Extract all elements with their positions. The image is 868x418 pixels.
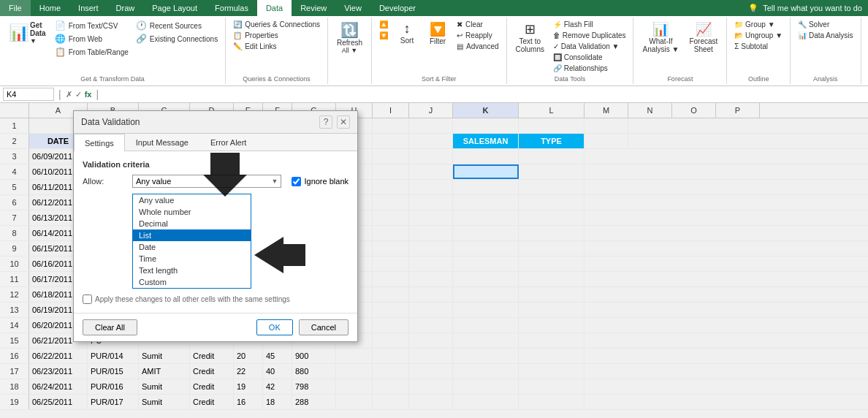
formula-input[interactable] <box>103 89 865 99</box>
cell-k1[interactable] <box>453 118 519 133</box>
col-header-k[interactable]: K <box>453 103 519 118</box>
tab-developer[interactable]: Developer <box>370 0 425 16</box>
cell-j2[interactable] <box>409 134 453 148</box>
from-text-csv-button[interactable]: 📄 From Text/CSV <box>52 19 132 32</box>
tab-data[interactable]: Data <box>257 0 292 16</box>
data-analysis-btn[interactable]: 📊 Data Analysis <box>795 30 856 41</box>
formula-bar-separator: | <box>58 88 61 100</box>
cell-j1[interactable] <box>409 118 453 133</box>
dialog-tab-error-alert[interactable]: Error Alert <box>199 134 258 151</box>
dropdown-item-text-length[interactable]: Text length <box>133 265 251 276</box>
relationships-button[interactable]: 🔗 Relationships <box>550 63 628 74</box>
queries-connections-button[interactable]: 🔄 Queries & Connections <box>230 19 323 30</box>
advanced-button[interactable]: ▤ Advanced <box>454 41 501 52</box>
clear-all-button[interactable]: Clear All <box>83 319 137 335</box>
allow-dropdown[interactable]: Any value ▼ <box>132 175 281 188</box>
ok-button[interactable]: OK <box>256 319 293 335</box>
dialog-help-button[interactable]: ? <box>319 115 332 129</box>
cell-k2[interactable]: SALESMAN <box>453 134 519 148</box>
cancel-button[interactable]: Cancel <box>299 319 349 335</box>
existing-connections-button[interactable]: 🔗 Existing Connections <box>133 32 221 45</box>
data-validation-button[interactable]: ✓ Data Validation ▼ <box>550 41 628 52</box>
cell-reference-box[interactable]: K4 <box>3 88 54 101</box>
confirm-icon[interactable]: ✓ <box>75 90 82 99</box>
sort-button[interactable]: ↕️ Sort <box>392 19 422 47</box>
dropdown-item-list[interactable]: List <box>133 229 251 241</box>
get-data-col: 📊 Get Data ▼ <box>4 19 50 47</box>
ignore-blank-checkbox[interactable] <box>292 177 301 186</box>
cell-i1[interactable] <box>373 118 409 133</box>
dialog-tab-settings[interactable]: Settings <box>74 134 125 151</box>
from-table-button[interactable]: 📋 From Table/Range <box>52 45 132 58</box>
dropdown-item-any-value[interactable]: Any value <box>133 194 251 206</box>
cell-l4[interactable] <box>519 164 585 179</box>
dropdown-item-date[interactable]: Date <box>133 241 251 253</box>
ungroup-button[interactable]: 📂 Ungroup ▼ <box>731 30 785 41</box>
cell-i2[interactable] <box>373 134 409 148</box>
refresh-all-button[interactable]: 🔃 Refresh All ▼ <box>332 19 367 56</box>
sort-az-icon: 🔼 <box>379 20 388 28</box>
subtotal-button[interactable]: Σ Subtotal <box>731 41 785 52</box>
data-validation-dialog: Data Validation ? ✕ Settings Input Messa… <box>73 110 358 342</box>
col-header-m[interactable]: M <box>585 103 628 118</box>
cancel-icon[interactable]: ✗ <box>66 90 72 99</box>
forecast-sheet-button[interactable]: 📈 Forecast Sheet <box>685 19 722 56</box>
outline-col: 📁 Group ▼ 📂 Ungroup ▼ Σ Subtotal <box>731 19 785 52</box>
edit-links-button[interactable]: ✏️ Edit Links <box>230 41 323 52</box>
dropdown-item-whole-number[interactable]: Whole number <box>133 206 251 218</box>
tab-formulas[interactable]: Formulas <box>206 0 257 16</box>
col-header-l[interactable]: L <box>519 103 585 118</box>
cell-m2[interactable] <box>585 134 628 148</box>
col-header-j[interactable]: J <box>409 103 453 118</box>
cell-l1[interactable] <box>519 118 585 133</box>
cell-l3[interactable] <box>519 149 585 164</box>
cell-k4[interactable] <box>453 164 519 179</box>
sort-icon: ↕️ <box>404 21 411 37</box>
properties-button[interactable]: 📋 Properties <box>230 30 323 41</box>
tab-review[interactable]: Review <box>292 0 335 16</box>
table-row: 16 06/22/2011 PUR/014 Sumit Credit 20 45… <box>0 349 868 364</box>
cell-m1[interactable] <box>585 118 628 133</box>
tab-view[interactable]: View <box>335 0 370 16</box>
allow-dropdown-list[interactable]: Any value Whole number Decimal List Date… <box>132 194 251 289</box>
cell-k3[interactable] <box>453 149 519 164</box>
dialog-tab-input-message[interactable]: Input Message <box>125 134 199 151</box>
tab-file[interactable]: File <box>0 0 31 16</box>
group-queries: 🔄 Queries & Connections 📋 Properties ✏️ … <box>226 18 328 84</box>
queries-icon: 🔄 <box>233 20 242 28</box>
function-icon[interactable]: fx <box>85 90 92 99</box>
sort-za-icon: 🔽 <box>379 31 388 39</box>
tab-draw[interactable]: Draw <box>107 0 144 16</box>
what-if-analysis-button[interactable]: 📊 What-If Analysis ▼ <box>638 19 683 56</box>
dialog-close-button[interactable]: ✕ <box>337 115 350 129</box>
tab-home[interactable]: Home <box>31 0 69 16</box>
col-header-n[interactable]: N <box>628 103 672 118</box>
reapply-button[interactable]: ↩ Reapply <box>454 30 501 41</box>
solver-button[interactable]: 🔧 Solver <box>795 19 856 30</box>
dropdown-item-custom[interactable]: Custom <box>133 276 251 288</box>
clear-button[interactable]: ✖ Clear <box>454 19 501 30</box>
sort-az-button[interactable]: 🔼 <box>376 19 391 30</box>
dropdown-item-time[interactable]: Time <box>133 253 251 265</box>
col-header-o[interactable]: O <box>672 103 716 118</box>
filter-button[interactable]: 🔽 Filter <box>423 19 452 48</box>
group-button[interactable]: 📁 Group ▼ <box>731 19 785 30</box>
other-sources-col: 🕐 Recent Sources 🔗 Existing Connections <box>133 19 221 45</box>
flash-fill-button[interactable]: ⚡ Flash Fill <box>550 19 628 30</box>
sort-za-button[interactable]: 🔽 <box>376 30 391 41</box>
tab-page-layout[interactable]: Page Layout <box>143 0 206 16</box>
cell-l2[interactable]: TYPE <box>519 134 585 148</box>
apply-changes-checkbox[interactable] <box>83 294 92 304</box>
consolidate-button[interactable]: 🔲 Consolidate <box>550 52 628 63</box>
remove-duplicates-button[interactable]: 🗑 Remove Duplicates <box>550 30 628 41</box>
dropdown-item-decimal[interactable]: Decimal <box>133 218 251 229</box>
tab-insert[interactable]: Insert <box>69 0 107 16</box>
from-web-button[interactable]: 🌐 From Web <box>52 32 132 45</box>
get-data-button[interactable]: 📊 Get Data ▼ <box>4 19 50 47</box>
tell-me-input[interactable]: Tell me what you want to do <box>763 4 862 12</box>
flash-fill-col: ⚡ Flash Fill 🗑 Remove Duplicates ✓ Data … <box>550 19 628 74</box>
recent-sources-button[interactable]: 🕐 Recent Sources <box>133 19 221 32</box>
col-header-p[interactable]: P <box>716 103 760 118</box>
col-header-i[interactable]: I <box>373 103 409 118</box>
text-to-columns-button[interactable]: ⊞ Text to Columns <box>511 19 549 56</box>
